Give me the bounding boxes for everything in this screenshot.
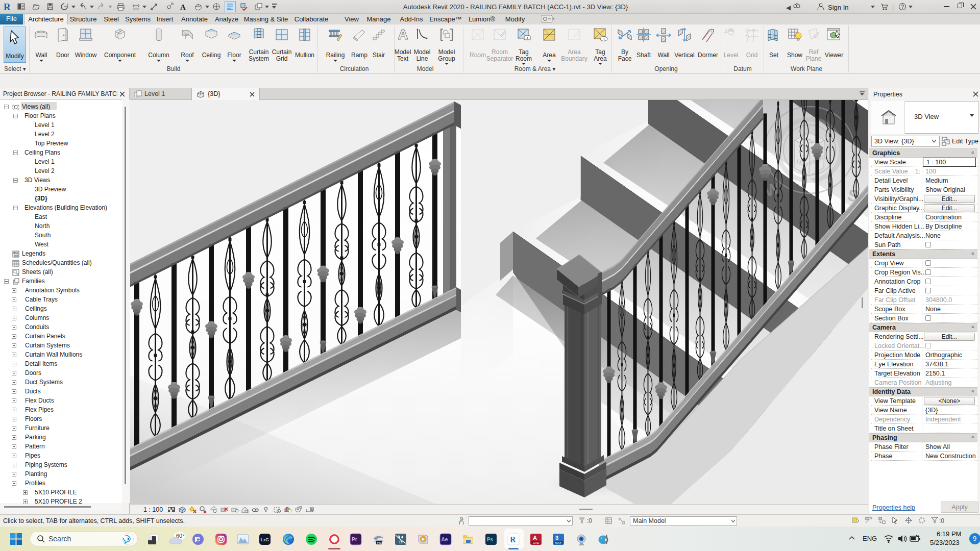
svg-text:LrC: LrC [261, 537, 270, 542]
svg-text:R: R [510, 535, 516, 544]
svg-text:?: ? [901, 4, 904, 10]
svg-text:12: 12 [399, 540, 403, 544]
svg-text:MAX: MAX [555, 541, 561, 544]
svg-text:Pro: Pro [377, 541, 382, 544]
svg-text:Ae: Ae [442, 537, 448, 542]
svg-text:1: 1 [725, 28, 727, 31]
svg-text:A: A [533, 535, 537, 541]
svg-text:R: R [4, 2, 11, 12]
svg-text:CAD: CAD [533, 541, 540, 544]
svg-text:Pr: Pr [352, 537, 357, 542]
svg-text:Ps: Ps [487, 537, 494, 542]
svg-text:3: 3 [555, 535, 558, 541]
svg-text:1: 1 [526, 36, 529, 40]
svg-text:1: 1 [603, 37, 605, 41]
